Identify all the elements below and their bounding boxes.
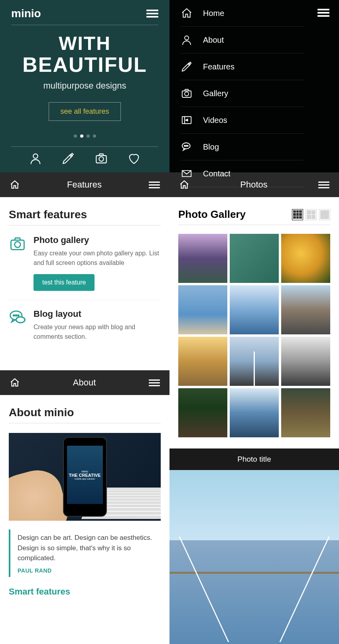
gallery-thumb[interactable] bbox=[281, 388, 330, 437]
svg-point-17 bbox=[186, 145, 187, 146]
grid-1-button[interactable] bbox=[319, 209, 330, 220]
home-icon[interactable] bbox=[10, 377, 20, 388]
hero-subtitle: multipurpose designs bbox=[11, 81, 158, 91]
carousel-dots[interactable] bbox=[11, 132, 158, 139]
svg-point-9 bbox=[16, 315, 17, 316]
feature-item: Photo gallery Easy create your own photo… bbox=[9, 235, 161, 300]
gallery-thumb[interactable] bbox=[230, 388, 279, 437]
camera-icon bbox=[181, 87, 193, 99]
gallery-thumb[interactable] bbox=[230, 337, 279, 386]
nav-contact[interactable]: Contact bbox=[181, 160, 304, 187]
gallery-thumb[interactable] bbox=[230, 285, 279, 334]
quote-author: PAUL RAND bbox=[18, 567, 161, 574]
svg-point-0 bbox=[33, 154, 37, 158]
gallery-thumb[interactable] bbox=[281, 337, 330, 386]
feature-desc: Create your news app with blog and comme… bbox=[34, 322, 161, 342]
subheader-features: Features bbox=[0, 172, 170, 197]
menu-icon[interactable] bbox=[318, 180, 329, 190]
nav-menu: Home About Features Gallery Videos Blog … bbox=[170, 0, 315, 187]
svg-point-2 bbox=[99, 157, 103, 161]
video-icon bbox=[181, 114, 193, 126]
grid-3-button[interactable] bbox=[292, 209, 303, 220]
features-section: Smart features Photo gallery Easy create… bbox=[0, 197, 170, 370]
svg-point-8 bbox=[13, 315, 14, 316]
nav-gallery[interactable]: Gallery bbox=[181, 80, 304, 107]
feature-item: Blog layout Create your news app with bl… bbox=[9, 309, 161, 350]
subheader-title: Features bbox=[20, 180, 149, 190]
nav-videos[interactable]: Videos bbox=[181, 107, 304, 134]
home-icon bbox=[181, 7, 193, 19]
camera-icon[interactable] bbox=[95, 152, 108, 165]
chat-icon bbox=[181, 141, 193, 153]
camera-icon bbox=[9, 235, 26, 253]
person-icon[interactable] bbox=[29, 152, 42, 165]
gallery-thumb[interactable] bbox=[178, 337, 227, 386]
grid-2-button[interactable] bbox=[305, 209, 317, 220]
brand-logo[interactable]: minio bbox=[11, 7, 41, 20]
photo-viewer: Photo title bbox=[170, 448, 339, 644]
hero-menu-panel: Home About Features Gallery Videos Blog … bbox=[170, 0, 339, 172]
menu-toggle[interactable] bbox=[146, 8, 158, 19]
test-feature-button[interactable]: test this feature bbox=[34, 274, 95, 291]
menu-icon[interactable] bbox=[149, 378, 160, 388]
nav-features[interactable]: Features bbox=[181, 53, 304, 80]
person-icon bbox=[181, 34, 193, 46]
gallery-thumb[interactable] bbox=[178, 234, 227, 283]
pencil-ruler-icon[interactable] bbox=[61, 152, 75, 165]
feature-desc: Easy create your own photo gallery app. … bbox=[34, 249, 161, 268]
gallery-section: Photo Gallery bbox=[170, 197, 339, 448]
home-icon[interactable] bbox=[10, 180, 20, 190]
see-features-button[interactable]: see all features bbox=[49, 102, 120, 121]
quote-text: Design can be art. Design can be aesthet… bbox=[18, 533, 161, 563]
pencil-ruler-icon bbox=[181, 61, 193, 73]
hero-title-1: WITH bbox=[11, 32, 158, 54]
about-quote: Design can be art. Design can be aesthet… bbox=[9, 529, 161, 577]
hero-title-2: BEAUTIFUL bbox=[11, 54, 158, 75]
gallery-thumb[interactable] bbox=[178, 285, 227, 334]
feature-title: Photo gallery bbox=[34, 235, 161, 245]
photo-title: Photo title bbox=[170, 448, 339, 470]
about-heading: About minio bbox=[9, 406, 161, 423]
features-heading: Smart features bbox=[9, 208, 161, 225]
gallery-grid bbox=[178, 234, 330, 437]
chat-icon bbox=[9, 309, 26, 326]
gallery-thumb[interactable] bbox=[178, 388, 227, 437]
gallery-thumb[interactable] bbox=[230, 234, 279, 283]
mail-icon bbox=[181, 168, 193, 180]
svg-point-18 bbox=[187, 145, 188, 146]
gallery-heading: Photo Gallery bbox=[178, 208, 246, 221]
subheader-title: About bbox=[20, 377, 149, 388]
nav-about[interactable]: About bbox=[181, 27, 304, 53]
about-section: About minio minioTHE CREATIVEmobile app … bbox=[0, 395, 170, 608]
feature-title: Blog layout bbox=[34, 309, 161, 319]
subheader-about: About bbox=[0, 370, 170, 395]
svg-point-16 bbox=[184, 145, 185, 146]
smart-features-link[interactable]: Smart features bbox=[9, 587, 161, 597]
menu-toggle[interactable] bbox=[317, 7, 329, 18]
svg-point-11 bbox=[185, 36, 189, 40]
gallery-thumb[interactable] bbox=[281, 234, 330, 283]
heart-icon[interactable] bbox=[127, 152, 141, 165]
nav-home[interactable]: Home bbox=[181, 0, 304, 27]
svg-point-13 bbox=[185, 92, 189, 96]
hero-panel: minio WITH BEAUTIFUL multipurpose design… bbox=[0, 0, 170, 172]
gallery-thumb[interactable] bbox=[281, 285, 330, 334]
svg-point-4 bbox=[15, 242, 21, 248]
about-image: minioTHE CREATIVEmobile app solution bbox=[9, 433, 161, 521]
svg-point-10 bbox=[18, 315, 19, 316]
menu-icon[interactable] bbox=[149, 180, 160, 190]
nav-blog[interactable]: Blog bbox=[181, 134, 304, 160]
photo-image[interactable] bbox=[170, 470, 339, 644]
